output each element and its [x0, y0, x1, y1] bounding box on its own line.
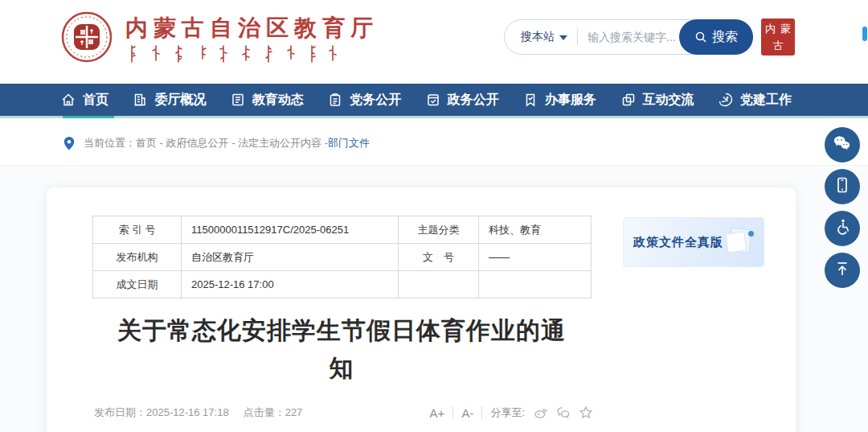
meta-label: 发布机构: [93, 244, 182, 271]
site-brand[interactable]: 内蒙古自治区教育厅: [61, 11, 379, 66]
table-row: 索 引 号 1150000011512917C/2025-06251 主题分类 …: [93, 216, 592, 244]
building-icon: [132, 92, 148, 108]
nav-item-party-affairs[interactable]: 党务公开: [327, 92, 401, 109]
font-increase-button[interactable]: A+: [430, 406, 445, 420]
nav-item-home[interactable]: 首页: [60, 92, 108, 109]
document-check-icon: [425, 92, 441, 108]
floating-toolbar: [825, 127, 860, 288]
document-illustration-icon: [723, 226, 755, 258]
font-decrease-button[interactable]: A-: [461, 406, 473, 420]
search-box: 搜本站 搜索: [504, 19, 753, 55]
nav-item-education-news[interactable]: 教育动态: [230, 92, 304, 109]
meta-value: [479, 271, 592, 298]
share-label: 分享至:: [490, 405, 525, 420]
overlap-squares-icon: [620, 92, 637, 108]
meta-value: 2025-12-16 17:00: [182, 271, 399, 298]
mongolian-script: [127, 45, 379, 66]
nav-item-services[interactable]: 办事服务: [522, 92, 596, 109]
breadcrumb-path[interactable]: 首页 - 政府信息公开 - 法定主动公开内容 -: [136, 136, 328, 150]
home-icon: [60, 92, 76, 108]
brand-text: 内蒙古自治区教育厅: [125, 11, 379, 66]
search-button[interactable]: 搜索: [679, 19, 753, 55]
search-area: 搜本站 搜索 内 蒙 古: [504, 19, 795, 56]
mobile-version-button[interactable]: [825, 169, 860, 204]
clipboard-icon: [327, 92, 343, 108]
breadcrumb-prefix: 当前位置：: [84, 136, 136, 150]
active-nav-underline: [63, 116, 114, 118]
search-scope-label: 搜本站: [521, 30, 555, 44]
meta-value: 自治区教育厅: [182, 244, 399, 271]
main-nav: 首页 委厅概况 教育动态: [0, 84, 868, 118]
publish-date: 发布日期：2025-12-16 17:18: [94, 405, 229, 420]
hit-count: 点击量：227: [244, 405, 303, 420]
content-area: 索 引 号 1150000011512917C/2025-06251 主题分类 …: [0, 167, 868, 432]
document-card: 索 引 号 1150000011512917C/2025-06251 主题分类 …: [47, 187, 796, 432]
page: 内蒙古自治区教育厅: [0, 0, 868, 432]
article-title: 关于常态化安排学生节假日体育作业的通知: [108, 312, 575, 387]
meta-value: ——: [479, 244, 592, 271]
banner-title: 政策文件全真版: [633, 235, 723, 250]
article-meta-row: 发布日期：2025-12-16 17:18 点击量：227 A+ A- 分享至:: [94, 405, 594, 421]
meta-label: 索 引 号: [93, 216, 182, 244]
back-to-top-icon: [833, 259, 852, 282]
nav-item-interaction[interactable]: 互动交流: [620, 92, 694, 109]
location-pin-icon: [63, 136, 76, 150]
scrollbar-thumb[interactable]: [862, 27, 867, 41]
policy-fulltext-banner[interactable]: 政策文件全真版: [623, 217, 764, 267]
nav-item-overview[interactable]: 委厅概况: [132, 92, 206, 109]
nav-item-party-building[interactable]: 党建工作: [718, 92, 792, 109]
wechat-icon: [832, 133, 853, 157]
table-row: 发布机构 自治区教育厅 文 号 ——: [93, 244, 592, 271]
news-icon: [230, 92, 246, 108]
table-row: 成文日期 2025-12-16 17:00: [93, 271, 592, 298]
meta-label: 文 号: [399, 244, 479, 271]
nav-item-gov-affairs[interactable]: 政务公开: [425, 92, 499, 109]
chevron-down-icon: [559, 35, 567, 40]
accessibility-icon: [833, 217, 852, 240]
search-scope-dropdown[interactable]: 搜本站: [505, 30, 577, 44]
gov-red-stamp-icon[interactable]: 内 蒙 古: [761, 19, 795, 56]
back-to-top-button[interactable]: [825, 253, 860, 288]
site-header: 内蒙古自治区教育厅: [0, 0, 868, 84]
wechat-share-icon[interactable]: [555, 405, 571, 421]
party-emblem-icon: [718, 92, 734, 108]
search-button-label: 搜索: [712, 29, 738, 46]
site-seal-logo-icon: [61, 11, 113, 63]
breadcrumb: 当前位置： 首页 - 政府信息公开 - 法定主动公开内容 - 部门文件: [0, 121, 868, 166]
meta-label: 成文日期: [93, 271, 182, 298]
site-title: 内蒙古自治区教育厅: [125, 14, 379, 42]
accessibility-button[interactable]: [825, 211, 860, 246]
wechat-button[interactable]: [825, 127, 860, 163]
document-meta-table: 索 引 号 1150000011512917C/2025-06251 主题分类 …: [92, 216, 592, 298]
breadcrumb-current[interactable]: 部门文件: [328, 136, 370, 150]
bookmark-check-icon: [522, 92, 538, 108]
weibo-share-icon[interactable]: [533, 405, 549, 421]
mobile-icon: [833, 175, 852, 198]
meta-label: 主题分类: [399, 216, 479, 244]
meta-label: [399, 271, 479, 298]
search-icon: [694, 31, 707, 43]
meta-value: 科技、教育: [479, 216, 592, 244]
star-favorite-icon[interactable]: [578, 405, 594, 421]
meta-value: 1150000011512917C/2025-06251: [182, 216, 399, 244]
